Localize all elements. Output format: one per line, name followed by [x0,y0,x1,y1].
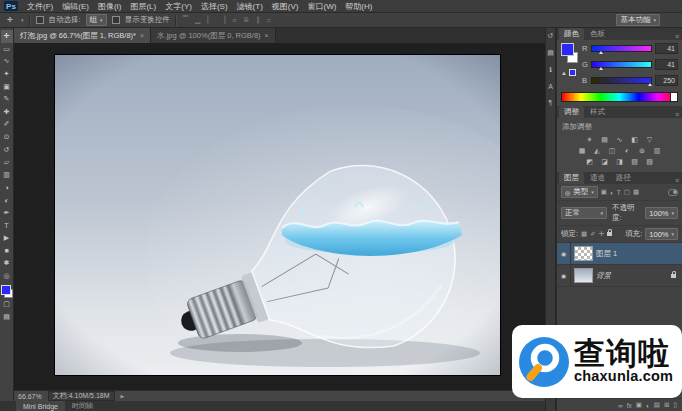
distribute-vertical-icon[interactable]: ≣ [242,16,250,24]
align-left-icon[interactable]: ▏ [206,16,213,24]
menu-file[interactable]: 文件(F) [27,1,53,12]
lock-position-icon[interactable]: ✛ [599,230,604,238]
tab-mini-bridge[interactable]: Mini Bridge [16,401,65,411]
tab-color[interactable]: 颜色 [559,28,584,40]
lock-transparency-icon[interactable]: ▦ [581,230,587,238]
move-tool[interactable]: ✛ [1,30,13,43]
menu-type[interactable]: 文字(Y) [165,1,192,12]
color-lookup-icon[interactable]: ▥ [652,146,663,155]
properties-panel-icon[interactable]: ▤ [547,49,554,57]
slider-marker[interactable] [648,83,652,86]
layer-row-background[interactable]: ◉ 背景 [557,265,682,287]
filter-shape-layers-icon[interactable]: ▢ [624,188,630,196]
zoom-level-field[interactable]: 66.67% [18,393,42,400]
gradient-tool[interactable]: ▥ [1,169,13,182]
menu-filter[interactable]: 滤镜(T) [237,1,263,12]
slider-marker[interactable] [599,51,603,54]
filter-type-layers-icon[interactable]: T [617,189,621,196]
filter-adjustment-layers-icon[interactable]: ◐ [610,189,614,196]
menu-view[interactable]: 视图(V) [272,1,299,12]
posterize-icon[interactable]: ◪ [599,157,610,166]
color-swatches[interactable] [1,285,13,298]
lock-pixels-icon[interactable]: ✐ [590,230,595,238]
clone-stamp-tool[interactable]: ⊙ [1,131,13,144]
brush-tool[interactable]: ✐ [1,118,13,131]
history-panel-icon[interactable]: ↺ [548,32,554,40]
tab-timeline[interactable]: 时间轴 [65,401,100,411]
slider-marker[interactable] [599,67,603,70]
quick-selection-tool[interactable]: ✦ [1,68,13,81]
layer-name[interactable]: 图层 1 [596,249,617,259]
tool-preset-caret-icon[interactable]: ▾ [21,17,24,23]
layer-row-layer1[interactable]: ◉ 图层 1 [557,243,682,265]
quick-mask-button[interactable]: ▢ [1,298,13,311]
new-group-icon[interactable]: ▤ [654,401,660,409]
distribute-spacing-icon[interactable]: = [266,17,272,24]
document-tab-lightbulb[interactable]: 灯泡.jpg @ 66.7%(图层 1, RGB/8)* × [14,28,151,43]
layer-thumbnail[interactable] [574,268,593,283]
menu-image[interactable]: 图像(I) [98,1,122,12]
document-tab-water[interactable]: 水.jpg @ 100%(图层 0, RGB/8) × [151,28,276,43]
menu-select[interactable]: 选择(S) [201,1,228,12]
close-icon[interactable]: × [265,32,269,39]
menu-edit[interactable]: 编辑(E) [62,1,89,12]
panel-menu-icon[interactable]: ≡ [675,177,679,184]
green-slider[interactable] [591,61,652,68]
type-tool[interactable]: T [1,219,13,232]
shape-tool[interactable]: ■ [1,244,13,257]
selective-color-icon[interactable]: ▧ [644,157,655,166]
layer-name[interactable]: 背景 [596,271,611,281]
paragraph-panel-icon[interactable]: ¶ [549,99,553,106]
invert-icon[interactable]: ◩ [584,157,595,166]
close-icon[interactable]: × [140,32,144,39]
blur-tool[interactable]: ◑ [1,181,13,194]
auto-select-checkbox[interactable] [36,16,44,24]
web-color-icon[interactable] [569,69,576,76]
photo-filter-icon[interactable]: ◐ [622,146,633,155]
status-options-arrow-icon[interactable]: ▶ [121,393,125,399]
layer-mask-icon[interactable]: ▣ [636,401,642,409]
document-image[interactable] [55,55,500,375]
adjustment-layer-icon[interactable]: ◐ [646,402,650,409]
channel-mixer-icon[interactable]: ⊛ [637,146,648,155]
threshold-icon[interactable]: ◨ [614,157,625,166]
filter-pixel-layers-icon[interactable]: ▣ [601,188,607,196]
red-slider[interactable] [591,45,652,52]
show-transform-checkbox[interactable] [112,16,120,24]
path-selection-tool[interactable]: ▶ [1,232,13,245]
gradient-map-icon[interactable]: ▨ [629,157,640,166]
black-white-icon[interactable]: ◫ [607,146,618,155]
color-spectrum-ramp[interactable] [561,92,678,102]
spot-healing-tool[interactable]: ✚ [1,106,13,119]
blue-slider[interactable] [591,77,652,84]
panel-menu-icon[interactable]: ≡ [675,33,679,40]
tab-adjustments[interactable]: 调整 [559,106,584,118]
tab-swatches[interactable]: 色板 [585,28,610,40]
foreground-color-swatch[interactable] [561,43,574,56]
filter-toggle[interactable] [668,189,678,196]
canvas-area[interactable] [14,43,545,390]
menu-window[interactable]: 窗口(W) [307,1,336,12]
vibrance-icon[interactable]: ▽ [644,135,655,144]
filter-kind-dropdown[interactable]: ◎类型▾ [561,186,598,198]
crop-tool[interactable]: ▣ [1,80,13,93]
eyedropper-tool[interactable]: ✎ [1,93,13,106]
foreground-color-swatch[interactable] [1,285,11,295]
visibility-eye-icon[interactable]: ◉ [557,265,571,286]
color-balance-icon[interactable]: ◭ [592,146,603,155]
auto-select-dropdown[interactable]: 组▾ [86,14,107,26]
filter-smart-objects-icon[interactable]: ▦ [633,188,639,196]
new-layer-icon[interactable]: ⊞ [664,401,669,409]
panel-menu-icon[interactable]: ≡ [675,111,679,118]
layer-thumbnail[interactable] [574,246,593,261]
workspace-switcher[interactable]: 基本功能▾ [616,14,660,26]
menu-help[interactable]: 帮助(H) [345,1,372,12]
lasso-tool[interactable]: ∿ [1,55,13,68]
dodge-tool[interactable]: ◐ [1,194,13,207]
tab-channels[interactable]: 通道 [585,172,610,184]
curves-icon[interactable]: ∿ [614,135,625,144]
align-top-icon[interactable]: ▔ [182,16,189,24]
visibility-eye-icon[interactable]: ◉ [557,243,571,264]
opacity-dropdown[interactable]: 100%▾ [645,207,678,219]
lock-all-icon[interactable] [607,232,612,236]
